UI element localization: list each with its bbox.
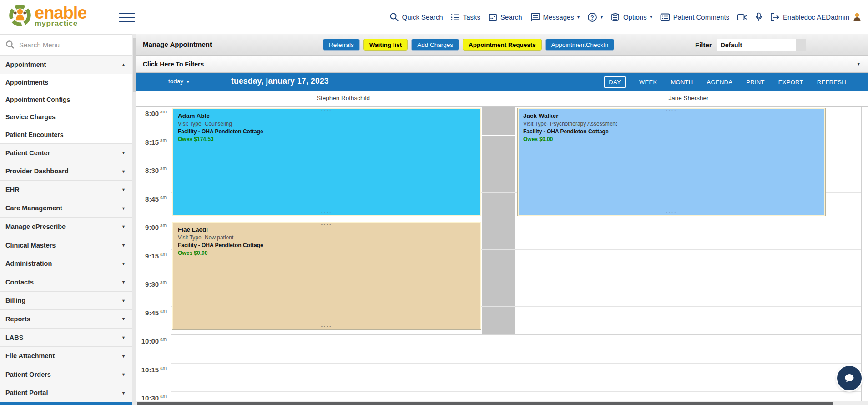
sidebar-item-patient-encounters[interactable]: Patient Encounters bbox=[0, 126, 132, 143]
nav-patient-comments[interactable]: Patient Comments bbox=[660, 13, 729, 22]
sidebar-section-billing[interactable]: Billing▾ bbox=[0, 291, 132, 310]
chevron-down-icon: ▾ bbox=[601, 15, 603, 20]
nav-messages[interactable]: Messages▾ bbox=[530, 13, 580, 22]
sidebar-search[interactable] bbox=[0, 35, 132, 55]
blocked-time-cell[interactable] bbox=[482, 307, 515, 334]
drag-handle-icon[interactable]: •••• bbox=[172, 110, 481, 112]
search-icon bbox=[389, 12, 399, 22]
nav-help[interactable]: ?▾ bbox=[587, 12, 603, 22]
chat-button[interactable] bbox=[837, 366, 862, 390]
appointmentcheckin-button[interactable]: AppointmentCheckIn bbox=[545, 39, 614, 51]
today-button[interactable]: today▾ bbox=[168, 78, 189, 85]
blocked-time-cell[interactable] bbox=[482, 221, 515, 249]
view-month-button[interactable]: MONTH bbox=[671, 79, 693, 86]
chevron-down-icon: ▾ bbox=[122, 279, 125, 284]
sidebar-section-patient-portal[interactable]: Patient Portal▾ bbox=[0, 384, 132, 402]
calendar-icon bbox=[488, 13, 497, 22]
time-label-9-30: 9:30am bbox=[136, 280, 167, 288]
logo-word-enable: enable bbox=[35, 4, 86, 21]
video-icon bbox=[737, 13, 748, 21]
sidebar-item-appointment-configs[interactable]: Appointment Configs bbox=[0, 91, 132, 108]
sidebar-section-patient-orders[interactable]: Patient Orders▾ bbox=[0, 365, 132, 384]
sidebar-section-ehr[interactable]: EHR▾ bbox=[0, 180, 132, 199]
calendar-grid[interactable]: 8:00am8:15am8:30am8:45am9:00am9:15am9:30… bbox=[136, 107, 868, 405]
nav-quick-search[interactable]: Quick Search bbox=[389, 12, 443, 22]
blocked-time-cell[interactable] bbox=[482, 164, 515, 192]
time-label-9-15: 9:15am bbox=[136, 252, 167, 260]
time-period: am bbox=[160, 166, 167, 171]
hamburger-menu-icon[interactable] bbox=[119, 10, 135, 23]
enable-mypractice-logo[interactable]: enable mypractice bbox=[7, 3, 86, 28]
time-label-8-00: 8:00am bbox=[136, 109, 167, 117]
menu-label: Billing bbox=[5, 297, 25, 304]
sidebar-item-appointments[interactable]: Appointments bbox=[0, 74, 132, 91]
sidebar-section-clinical-masters[interactable]: Clinical Masters▾ bbox=[0, 236, 132, 254]
drag-handle-icon[interactable]: •••• bbox=[172, 223, 481, 226]
horizontal-scrollbar[interactable] bbox=[136, 401, 868, 405]
blocked-time-cell[interactable] bbox=[482, 107, 515, 135]
drag-handle-icon[interactable]: •••• bbox=[172, 325, 481, 328]
sidebar-item-service-charges[interactable]: Service Charges bbox=[0, 108, 132, 126]
menu-label: Appointments bbox=[5, 79, 48, 86]
nav-video[interactable] bbox=[737, 13, 748, 21]
nav-mic[interactable] bbox=[756, 12, 762, 22]
nav-label: Enabledoc AEDadmin bbox=[783, 13, 849, 21]
view-refresh-button[interactable]: REFRESH bbox=[817, 79, 846, 86]
grid-row-line bbox=[171, 363, 861, 364]
time-label-8-15: 8:15am bbox=[136, 138, 167, 146]
view-day-button[interactable]: DAY bbox=[604, 76, 626, 88]
provider-link-jane-shersher[interactable]: Jane Shersher bbox=[516, 95, 861, 101]
chevron-down-icon: ▾ bbox=[857, 61, 860, 67]
sidebar-section-administration[interactable]: Administration▾ bbox=[0, 254, 132, 273]
sidebar-section-care-management[interactable]: Care Management▾ bbox=[0, 199, 132, 218]
sidebar-section-appointment[interactable]: Appointment▴ bbox=[0, 55, 132, 74]
time-label-10-30: 10:30am bbox=[136, 394, 167, 402]
nav-options[interactable]: Options▾ bbox=[611, 13, 652, 22]
blocked-time-cell[interactable] bbox=[482, 278, 515, 306]
view-print-button[interactable]: PRINT bbox=[746, 79, 765, 86]
time-period: am bbox=[160, 252, 167, 257]
add-charges-button[interactable]: Add Charges bbox=[411, 39, 459, 51]
sidebar-section-labs[interactable]: LABS▾ bbox=[0, 328, 132, 347]
nav-tasks[interactable]: Tasks bbox=[451, 13, 480, 21]
chevron-down-icon: ▾ bbox=[122, 187, 125, 192]
drag-handle-icon[interactable]: •••• bbox=[518, 212, 825, 214]
time-label-10-00: 10:00am bbox=[136, 337, 167, 345]
appointment-block-adam-able[interactable]: ••••Adam AbleVisit Type- CounselingFacil… bbox=[172, 108, 481, 216]
blocked-time-cell[interactable] bbox=[482, 136, 515, 164]
view-agenda-button[interactable]: AGENDA bbox=[707, 79, 733, 86]
filter-dropdown-button[interactable] bbox=[796, 39, 806, 51]
referrals-button[interactable]: Referrals bbox=[323, 39, 360, 51]
click-here-to-filters-bar[interactable]: Click Here To Filters ▾ bbox=[136, 56, 868, 73]
sidebar-section-patient-center[interactable]: Patient Center▾ bbox=[0, 143, 132, 162]
blocked-time-cell[interactable] bbox=[482, 250, 515, 278]
provider-link-stephen-rothschild[interactable]: Stephen Rothschild bbox=[171, 95, 516, 101]
drag-handle-icon[interactable]: •••• bbox=[172, 212, 481, 214]
filter-input[interactable] bbox=[717, 39, 796, 51]
help-icon: ? bbox=[587, 12, 597, 22]
sidebar-section-reports[interactable]: Reports▾ bbox=[0, 309, 132, 328]
sidebar-section-manage-eprescribe[interactable]: Manage ePrescribe▾ bbox=[0, 217, 132, 236]
sidebar-scrollbar[interactable] bbox=[132, 34, 136, 405]
waiting-list-button[interactable]: Waiting list bbox=[363, 39, 408, 51]
search-menu-input[interactable] bbox=[19, 41, 115, 49]
view-week-button[interactable]: WEEK bbox=[639, 79, 657, 86]
blocked-time-cell[interactable] bbox=[482, 193, 515, 221]
nav-user[interactable]: Enabledoc AEDadmin bbox=[770, 12, 862, 22]
sidebar-section-file-attachment[interactable]: File Attachment▾ bbox=[0, 346, 132, 365]
nav-search[interactable]: Search bbox=[488, 13, 522, 22]
view-export-button[interactable]: EXPORT bbox=[778, 79, 803, 86]
appointment-block-flae-laedl[interactable]: ••••Flae LaedlVisit Type- New patientFac… bbox=[172, 222, 481, 330]
chevron-down-icon: ▾ bbox=[122, 372, 125, 377]
patient-name: Flae Laedl bbox=[178, 226, 481, 233]
drag-handle-icon[interactable]: •••• bbox=[518, 110, 825, 112]
time-value: 9:30 bbox=[145, 280, 159, 288]
appointment-block-jack-walker[interactable]: ••••Jack WalkerVisit Type- Psychotherapy… bbox=[517, 108, 826, 216]
sidebar-menu: Appointment▴AppointmentsAppointment Conf… bbox=[0, 55, 132, 402]
filter-label: Filter bbox=[695, 41, 712, 49]
sidebar-bottom-bar bbox=[0, 402, 132, 405]
sidebar-section-contacts[interactable]: Contacts▾ bbox=[0, 273, 132, 291]
time-value: 8:45 bbox=[145, 195, 159, 203]
appointment-requests-button[interactable]: Appointment Requests bbox=[463, 39, 542, 51]
sidebar-section-provider-dashboard[interactable]: Provider Dashboard▾ bbox=[0, 162, 132, 180]
